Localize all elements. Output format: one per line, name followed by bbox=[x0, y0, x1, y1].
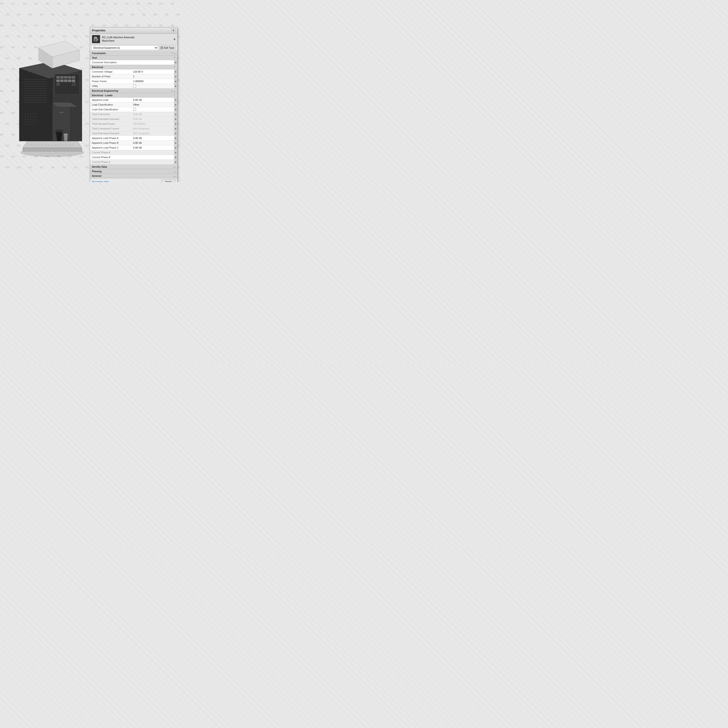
section-elec-loads-label: Electrical - Loads bbox=[92, 94, 113, 97]
load-sub-classification-checkbox[interactable] bbox=[133, 108, 136, 111]
svg-point-41 bbox=[35, 113, 37, 114]
properties-scroll-area[interactable]: Constraints ⌃ ⌄ Text ⌃ Connector Descrip… bbox=[90, 51, 177, 178]
section-phasing-toggle[interactable]: ⌄ bbox=[174, 170, 175, 173]
label-apparent-load-phase-c: Apparent Load Phase C bbox=[90, 146, 132, 150]
value-apparent-load-phase-a[interactable]: 0.00 VA bbox=[132, 136, 174, 140]
svg-point-24 bbox=[67, 147, 68, 148]
svg-point-84 bbox=[95, 40, 96, 40]
label-apparent-load-phase-a: Apparent Load Phase A bbox=[90, 136, 132, 140]
edit-type-button[interactable]: Edit Type bbox=[159, 46, 176, 50]
section-electrical[interactable]: Electrical ⌃ bbox=[90, 65, 177, 69]
section-constraints-toggle[interactable]: ⌃ ⌄ bbox=[171, 52, 175, 55]
element-dropdown[interactable]: Electrical Equipment (1) bbox=[92, 46, 158, 50]
svg-point-51 bbox=[35, 119, 37, 120]
row-total-estimated-demand-2: Total Estimated Demand ... Not Computed … bbox=[90, 131, 177, 136]
row-scroll-btn-7[interactable]: ▶ bbox=[174, 102, 177, 107]
svg-point-5 bbox=[45, 145, 46, 145]
row-scroll-btn-6[interactable]: ▶ bbox=[174, 98, 177, 102]
close-button[interactable]: × bbox=[171, 28, 175, 32]
row-scroll-btn-8[interactable]: ▶ bbox=[174, 107, 177, 112]
value-apparent-load-phase-c[interactable]: 0.00 VA bbox=[132, 146, 174, 150]
row-scroll-btn-2[interactable]: ▶ bbox=[174, 69, 177, 74]
row-scroll-btn-4[interactable]: ▶ bbox=[174, 79, 177, 84]
svg-rect-81 bbox=[94, 37, 97, 38]
section-constraints[interactable]: Constraints ⌃ ⌄ bbox=[90, 51, 177, 55]
value-total-estimated-demand-1: 0.00 VA bbox=[132, 117, 174, 121]
value-connector-voltage[interactable]: 120.00 V bbox=[132, 70, 174, 73]
value-apparent-load[interactable]: 0.00 VA bbox=[132, 98, 174, 102]
coffee-machine-illustration bbox=[7, 34, 102, 166]
row-scroll-btn-11[interactable]: ▶ bbox=[174, 121, 177, 126]
row-scroll-btn-18[interactable]: ▶ bbox=[174, 155, 177, 159]
section-elec-loads-toggle[interactable]: ⌃ bbox=[174, 94, 175, 97]
row-scroll-btn-5[interactable]: ▶ bbox=[174, 84, 177, 88]
label-total-connected: Total Connected bbox=[90, 112, 132, 116]
label-connector-voltage: Connector Voltage bbox=[90, 70, 132, 73]
section-text[interactable]: Text ⌃ bbox=[90, 55, 177, 60]
row-scroll-btn-10[interactable]: ▶ bbox=[174, 117, 177, 121]
row-scroll-btn-15[interactable]: ▶ bbox=[174, 141, 177, 145]
row-scroll-btn-16[interactable]: ▶ bbox=[174, 145, 177, 150]
row-apparent-load: Apparent Load 0.00 VA ▶ bbox=[90, 98, 177, 102]
value-current-phase-a bbox=[132, 152, 174, 153]
value-total-connected-current: Not Computed bbox=[132, 127, 174, 130]
svg-point-44 bbox=[30, 116, 31, 117]
section-phasing-label: Phasing bbox=[92, 170, 102, 173]
section-elec-eng-toggle[interactable]: ⌄ ⌄ bbox=[171, 90, 175, 92]
value-number-of-poles[interactable]: 1 bbox=[132, 75, 174, 78]
value-power-factor[interactable]: 1.000000 bbox=[132, 80, 174, 83]
svg-rect-76 bbox=[59, 112, 64, 113]
value-connector-description[interactable] bbox=[132, 62, 174, 63]
svg-point-16 bbox=[40, 147, 41, 148]
section-identity-data[interactable]: Identity Data ⌄ bbox=[90, 165, 177, 169]
section-electrical-toggle[interactable]: ⌃ bbox=[174, 66, 175, 69]
device-name: RD_Coffe Machine Automatic Black/Steel bbox=[102, 36, 135, 43]
section-electrical-loads[interactable]: Electrical - Loads ⌃ bbox=[90, 93, 177, 98]
svg-point-42 bbox=[24, 116, 26, 117]
section-text-toggle[interactable]: ⌃ bbox=[174, 57, 175, 59]
row-scroll-btn[interactable]: ▶ bbox=[174, 60, 177, 64]
row-scroll-btn-9[interactable]: ▶ bbox=[174, 112, 177, 116]
section-general[interactable]: General ⌄ bbox=[90, 174, 177, 178]
label-current-phase-a: Current Phase A bbox=[90, 151, 132, 154]
svg-point-19 bbox=[50, 147, 51, 148]
value-utility bbox=[132, 84, 174, 88]
label-power-factor: Power Factor bbox=[90, 80, 132, 83]
properties-help-link[interactable]: Properties help bbox=[92, 180, 109, 182]
value-current-phase-b[interactable] bbox=[132, 157, 174, 158]
section-phasing[interactable]: Phasing ⌄ bbox=[90, 169, 177, 174]
svg-point-54 bbox=[30, 121, 31, 122]
value-apparent-load-phase-b[interactable]: 0.00 VA bbox=[132, 141, 174, 145]
svg-point-12 bbox=[69, 145, 70, 145]
section-general-label: General bbox=[92, 174, 101, 177]
row-number-of-poles: Number of Poles 1 ▶ bbox=[90, 74, 177, 79]
row-scroll-btn-17[interactable]: ▶ bbox=[174, 150, 177, 155]
row-scroll-btn-12[interactable]: ▶ bbox=[174, 126, 177, 131]
svg-point-17 bbox=[43, 147, 44, 148]
label-apparent-load: Apparent Load bbox=[90, 98, 132, 102]
svg-point-75 bbox=[73, 83, 75, 85]
value-load-classification[interactable]: Other bbox=[132, 103, 174, 107]
svg-point-40 bbox=[33, 113, 34, 114]
row-scroll-btn-13[interactable]: ▶ bbox=[174, 131, 177, 136]
svg-point-25 bbox=[71, 147, 72, 148]
row-current-phase-b: Current Phase B ▶ bbox=[90, 155, 177, 160]
row-scroll-btn-3[interactable]: ▶ bbox=[174, 74, 177, 79]
apply-button[interactable]: Apply bbox=[161, 179, 175, 182]
utility-checkbox[interactable] bbox=[133, 84, 136, 87]
section-text-label: Text bbox=[92, 57, 97, 59]
row-apparent-load-phase-b: Apparent Load Phase B 0.00 VA ▶ bbox=[90, 141, 177, 145]
section-electrical-engineering[interactable]: Electrical Engineering ⌄ ⌄ bbox=[90, 89, 177, 93]
panel-nav-icon[interactable]: ▾ bbox=[174, 37, 175, 41]
section-electrical-label: Electrical bbox=[92, 66, 103, 69]
row-apparent-load-phase-c: Apparent Load Phase C 0.00 VA ▶ bbox=[90, 145, 177, 150]
section-identity-toggle[interactable]: ⌄ bbox=[174, 166, 175, 168]
row-apparent-load-phase-a: Apparent Load Phase A 0.00 VA ▶ bbox=[90, 136, 177, 141]
svg-point-52 bbox=[24, 121, 26, 122]
svg-point-43 bbox=[27, 116, 28, 117]
row-scroll-btn-19[interactable]: ▶ bbox=[174, 160, 177, 164]
row-scroll-btn-14[interactable]: ▶ bbox=[174, 136, 177, 141]
svg-point-47 bbox=[24, 119, 26, 120]
svg-point-22 bbox=[61, 147, 61, 148]
section-general-toggle[interactable]: ⌄ bbox=[174, 175, 175, 177]
